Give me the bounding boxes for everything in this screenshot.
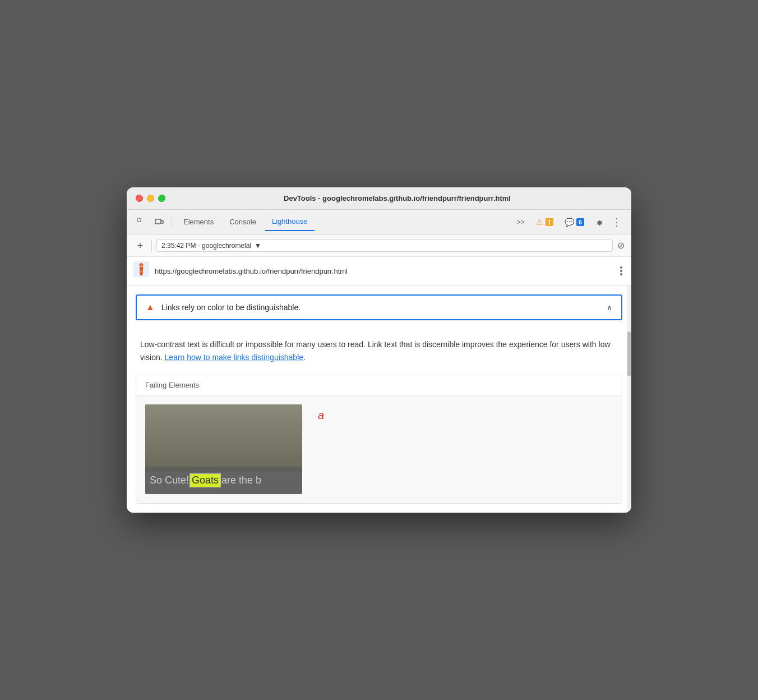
audit-chevron-icon[interactable]: ∧	[607, 303, 612, 312]
url-more-button[interactable]	[618, 264, 625, 278]
more-tabs-button[interactable]: >>	[512, 216, 529, 228]
svg-rect-0	[137, 218, 141, 222]
learn-more-link[interactable]: Learn how to make links distinguishable	[165, 353, 303, 362]
failing-elements-body: So Cute! Goats are the b a	[136, 395, 622, 503]
tab-elements[interactable]: Elements	[177, 213, 220, 231]
svg-rect-7	[140, 274, 142, 275]
comment-icon: 💬	[565, 218, 574, 227]
svg-point-8	[141, 266, 142, 268]
dropdown-icon[interactable]: ▼	[255, 242, 261, 250]
failing-elements-container: Failing Elements So Cute! Goats are the …	[136, 375, 622, 504]
toolbar-divider	[151, 240, 152, 251]
svg-rect-1	[155, 219, 161, 224]
cancel-button[interactable]: ⊘	[617, 240, 625, 251]
comment-count: 6	[576, 218, 584, 226]
traffic-lights	[136, 195, 165, 202]
audit-warning-icon: ▲	[146, 302, 155, 312]
maximize-button[interactable]	[158, 195, 165, 202]
lighthouse-favicon	[133, 261, 149, 280]
tab-bar: Elements Console Lighthouse >> ⚠ 1 💬 6 ⋮	[127, 210, 631, 234]
device-icon[interactable]	[151, 214, 167, 230]
element-tag: a	[313, 404, 329, 426]
audit-item: ▲ Links rely on color to be distinguisha…	[136, 294, 622, 320]
tab-actions: >> ⚠ 1 💬 6 ⋮	[512, 214, 625, 230]
tab-lighthouse[interactable]: Lighthouse	[265, 213, 315, 231]
scrollbar-thumb[interactable]	[627, 331, 631, 376]
screenshot-overlay: So Cute! Goats are the b	[145, 467, 302, 494]
failing-elements-header: Failing Elements	[136, 375, 622, 395]
url-row: https://googlechromelabs.github.io/frien…	[127, 257, 631, 285]
close-button[interactable]	[136, 195, 143, 202]
screenshot: So Cute! Goats are the b	[145, 404, 302, 494]
tab-console[interactable]: Console	[223, 213, 263, 231]
more-options-button[interactable]: ⋮	[609, 214, 625, 230]
screenshot-text-before: So Cute!	[150, 475, 189, 486]
svg-rect-10	[139, 271, 144, 271]
main-content: ▲ Links rely on color to be distinguisha…	[127, 285, 631, 513]
toolbar: + 2:35:42 PM - googlechromelal ▼ ⊘	[127, 234, 631, 257]
devtools-window: DevTools - googlechromelabs.github.io/fr…	[127, 187, 631, 513]
window-title: DevTools - googlechromelabs.github.io/fr…	[172, 194, 622, 202]
tab-divider-1	[172, 217, 172, 228]
add-button[interactable]: +	[133, 241, 147, 251]
audit-header[interactable]: ▲ Links rely on color to be distinguisha…	[137, 296, 621, 319]
svg-rect-2	[161, 220, 163, 223]
warning-count: 1	[546, 218, 553, 226]
comment-indicator[interactable]: 💬 6	[560, 215, 589, 229]
audit-title: Links rely on color to be distinguishabl…	[161, 303, 600, 312]
audit-url: https://googlechromelabs.github.io/frien…	[155, 267, 612, 275]
url-bar-text: 2:35:42 PM - googlechromelal	[161, 242, 251, 250]
scrollbar[interactable]	[627, 285, 631, 513]
audit-description: Low-contrast text is difficult or imposs…	[127, 329, 631, 375]
minimize-button[interactable]	[147, 195, 154, 202]
url-bar[interactable]: 2:35:42 PM - googlechromelal ▼	[156, 240, 613, 252]
warning-indicator[interactable]: ⚠ 1	[531, 215, 558, 229]
screenshot-text-after: are the b	[221, 475, 261, 486]
description-end: .	[303, 353, 306, 362]
screenshot-highlight: Goats	[190, 473, 221, 487]
warning-icon: ⚠	[536, 218, 543, 227]
title-bar: DevTools - googlechromelabs.github.io/fr…	[127, 187, 631, 210]
svg-rect-9	[139, 269, 144, 269]
settings-icon[interactable]	[591, 214, 607, 230]
select-icon[interactable]	[133, 214, 149, 230]
